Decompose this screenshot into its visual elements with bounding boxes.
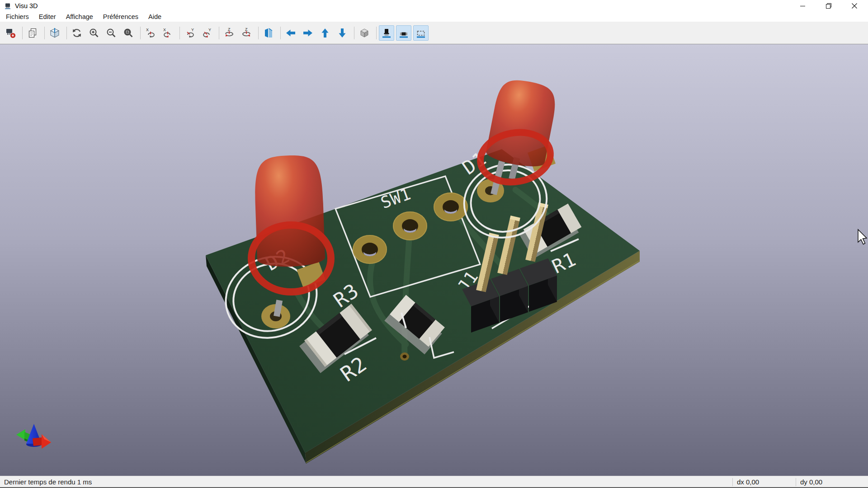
rotate-y-ccw-icon: Y [201, 27, 213, 39]
arrow-left-icon [285, 27, 297, 39]
tht-model-icon [381, 27, 392, 39]
rotate-z-ccw-button[interactable]: Z [239, 25, 254, 41]
toolbar-separator [376, 27, 377, 39]
rotate-z-ccw-icon: Z [241, 27, 252, 39]
show-through-hole-models-toggle[interactable] [379, 25, 394, 41]
app-window: Visu 3D Fichiers Editer Affichage Préfér… [0, 0, 868, 488]
move-up-button[interactable] [317, 25, 333, 41]
viewport-3d[interactable]: SW1 R2 [0, 44, 868, 476]
menu-editer[interactable]: Editer [34, 12, 61, 21]
svg-text:Z: Z [245, 27, 248, 32]
restore-icon [826, 3, 831, 9]
dx-status: dx 0,00 [737, 478, 759, 486]
copy-icon [27, 27, 38, 39]
close-icon [852, 3, 857, 9]
toolbar-separator [280, 27, 281, 39]
redraw-button[interactable] [69, 25, 85, 41]
export-board-button[interactable] [3, 25, 18, 41]
rotate-x-cw-icon: X [145, 27, 156, 39]
rotate-x-cw-button[interactable]: X [143, 25, 158, 41]
toolbar-separator [66, 27, 67, 39]
arrow-up-icon [319, 27, 331, 39]
smd-model-icon [398, 27, 410, 39]
status-bar: Dernier temps de rendu 1 ms dx 0,00 dy 0… [0, 476, 868, 488]
restore-button[interactable] [816, 0, 841, 12]
zoom-in-icon [88, 27, 100, 39]
menu-bar: Fichiers Editer Affichage Préférences Ai… [0, 12, 868, 22]
move-down-button[interactable] [335, 25, 350, 41]
arrow-right-icon [302, 27, 314, 39]
rotate-z-cw-button[interactable]: Z [222, 25, 237, 41]
rotate-y-cw-icon: Y [184, 27, 196, 39]
virtual-model-icon [415, 27, 427, 39]
svg-text:X: X [163, 28, 166, 32]
minimize-button[interactable] [790, 0, 816, 12]
via [400, 352, 409, 361]
zoom-out-button[interactable] [104, 25, 119, 41]
export-board-icon [5, 27, 16, 39]
svg-text:Z: Z [228, 27, 231, 32]
show-smd-models-toggle[interactable] [396, 25, 411, 41]
arrow-down-icon [336, 27, 348, 39]
ortho-cube-icon [359, 27, 370, 39]
main-toolbar: X X Y Y [0, 22, 868, 44]
d2-body [254, 155, 325, 268]
window-title: Visu 3D [15, 2, 38, 9]
toolbar-separator [179, 27, 180, 39]
toolbar-separator [219, 27, 219, 39]
rotate-x-ccw-icon: X [162, 27, 174, 39]
cube-3d-icon [49, 27, 61, 39]
refresh-icon [71, 27, 83, 39]
reload-board-button[interactable] [47, 25, 62, 41]
show-virtual-models-toggle[interactable] [413, 25, 429, 41]
rotate-y-ccw-button[interactable]: Y [199, 25, 215, 41]
menu-preferences[interactable]: Préférences [98, 12, 143, 21]
toolbar-separator [22, 27, 23, 39]
title-bar: Visu 3D [0, 0, 868, 12]
toolbar-separator [44, 27, 45, 39]
menu-aide[interactable]: Aide [143, 12, 166, 21]
flip-board-button[interactable] [261, 25, 276, 41]
close-button[interactable] [841, 0, 867, 12]
orthographic-projection-button[interactable] [357, 25, 372, 41]
copy-image-button[interactable] [25, 25, 40, 41]
menu-affichage[interactable]: Affichage [61, 12, 98, 21]
move-left-button[interactable] [283, 25, 298, 41]
flip-board-icon [263, 27, 274, 39]
app-icon [4, 2, 11, 9]
svg-text:Y: Y [191, 28, 194, 32]
dy-status: dy 0,00 [800, 478, 822, 486]
move-right-button[interactable] [300, 25, 316, 41]
menu-fichiers[interactable]: Fichiers [1, 12, 34, 21]
zoom-fit-button[interactable] [121, 25, 136, 41]
toolbar-separator [354, 27, 354, 39]
rotate-y-cw-button[interactable]: Y [182, 25, 198, 41]
svg-text:X: X [146, 28, 149, 32]
rotate-x-ccw-button[interactable]: X [160, 25, 175, 41]
zoom-in-button[interactable] [86, 25, 102, 41]
render-time-status: Dernier temps de rendu 1 ms [4, 478, 92, 486]
zoom-fit-icon [123, 27, 134, 39]
toolbar-separator [258, 27, 259, 39]
minimize-icon [800, 4, 805, 9]
toolbar-separator [140, 27, 141, 39]
rotate-z-cw-icon: Z [223, 27, 235, 39]
svg-text:Y: Y [208, 28, 211, 32]
statusbar-separator [732, 478, 733, 486]
statusbar-separator [796, 478, 796, 486]
zoom-out-icon [105, 27, 117, 39]
